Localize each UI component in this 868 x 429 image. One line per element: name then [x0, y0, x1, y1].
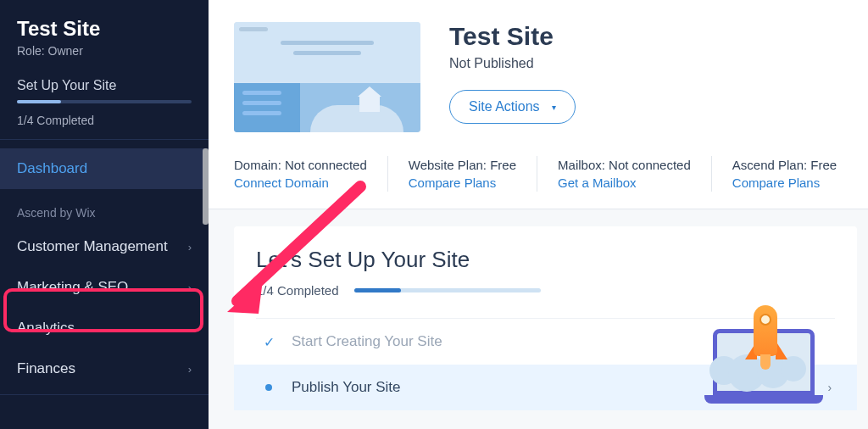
info-col-plan: Website Plan: Free Compare Plans: [409, 156, 537, 192]
nav-item-dashboard[interactable]: Dashboard: [0, 148, 209, 189]
info-col-mailbox: Mailbox: Not connected Get a Mailbox: [558, 156, 712, 192]
nav-item-label: Analytics: [17, 320, 75, 337]
main-content: Test Site Not Published Site Actions ▾ D…: [209, 0, 868, 429]
site-status: Not Published: [449, 56, 857, 71]
site-thumbnail[interactable]: [234, 22, 420, 132]
sidebar-role: Role: Owner: [17, 44, 192, 58]
nav-divider: [0, 394, 209, 395]
info-label: Website Plan: Free: [409, 158, 516, 172]
compare-plans-link[interactable]: Compare Plans: [409, 176, 516, 190]
nav-item-label: Marketing & SEO: [17, 279, 128, 296]
connect-domain-link[interactable]: Connect Domain: [234, 176, 367, 190]
sidebar-nav: Dashboard Ascend by Wix Customer Managem…: [0, 148, 209, 400]
setup-progress-bar: [354, 288, 541, 292]
step-label: Start Creating Your Site: [292, 333, 442, 350]
chevron-right-icon: ›: [188, 241, 192, 254]
nav-item-marketing-seo[interactable]: Marketing & SEO ›: [0, 267, 209, 308]
info-label: Ascend Plan: Free: [732, 158, 837, 172]
setup-card: Let's Set Up Your Site 1/4 Completed ✓ S…: [234, 226, 857, 410]
nav-item-analytics[interactable]: Analytics: [0, 308, 209, 348]
sidebar-setup-title: Set Up Your Site: [17, 78, 192, 93]
sidebar-site-name: Test Site: [17, 17, 192, 41]
info-col-domain: Domain: Not connected Connect Domain: [234, 156, 388, 192]
nav-item-label: Finances: [17, 360, 75, 377]
nav-item-label: Customer Management: [17, 238, 168, 255]
nav-item-customer-management[interactable]: Customer Management ›: [0, 226, 209, 267]
chevron-right-icon: ›: [188, 281, 192, 294]
sidebar-header: Test Site Role: Owner: [0, 0, 209, 70]
chevron-down-icon: ▾: [552, 103, 556, 112]
chevron-right-icon: ›: [188, 363, 192, 376]
site-title: Test Site: [449, 22, 857, 51]
get-mailbox-link[interactable]: Get a Mailbox: [558, 176, 691, 190]
nav-item-finances[interactable]: Finances ›: [0, 348, 209, 389]
compare-ascend-link[interactable]: Compare Plans: [732, 176, 837, 190]
check-icon: ✓: [264, 334, 275, 350]
sidebar-progress-bar: [17, 100, 192, 103]
info-col-ascend: Ascend Plan: Free Compare Plans: [732, 156, 857, 192]
sidebar-scrollbar[interactable]: [203, 148, 209, 225]
setup-completed-count: 1/4 Completed: [256, 283, 339, 298]
site-info-row: Domain: Not connected Connect Domain Web…: [234, 156, 857, 192]
rocket-illustration: [687, 268, 840, 404]
sidebar: Test Site Role: Owner Set Up Your Site 1…: [0, 0, 209, 429]
step-label: Publish Your Site: [292, 379, 401, 396]
site-header-card: Test Site Not Published Site Actions ▾ D…: [209, 0, 868, 209]
sidebar-setup-link[interactable]: Set Up Your Site: [0, 70, 209, 107]
nav-section-ascend: Ascend by Wix: [0, 189, 209, 226]
info-label: Domain: Not connected: [234, 158, 367, 172]
bullet-icon: [265, 384, 272, 391]
site-actions-button[interactable]: Site Actions ▾: [449, 90, 576, 124]
site-actions-label: Site Actions: [469, 99, 540, 114]
info-label: Mailbox: Not connected: [558, 158, 691, 172]
sidebar-completed: 1/4 Completed: [0, 107, 209, 140]
nav-item-label: Dashboard: [17, 160, 87, 177]
